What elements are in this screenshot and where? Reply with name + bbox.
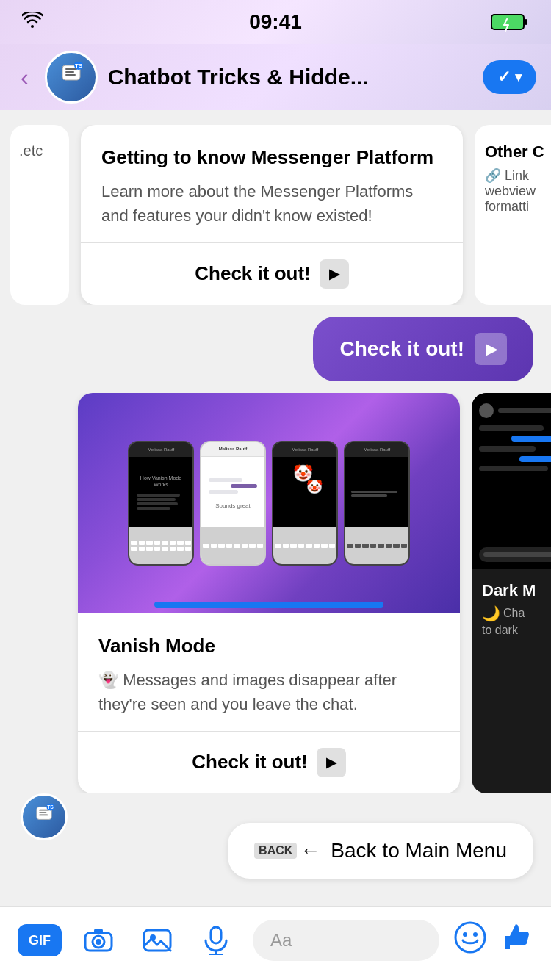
check-it-out-label-1: Check it out! (195, 262, 310, 285)
mic-button[interactable] (194, 918, 238, 962)
svg-rect-21 (211, 927, 221, 943)
phone-screen-1: How Vanish Mode Works (129, 457, 192, 527)
check-it-out-button-1[interactable]: Check it out! ▶ (81, 242, 463, 305)
dark-mode-emoji: 🌙 (482, 605, 500, 622)
camera-button[interactable] (76, 918, 120, 962)
dark-card-text-1: Cha (503, 605, 525, 621)
svg-point-26 (473, 932, 478, 937)
svg-rect-12 (39, 814, 48, 815)
phone-screen-4 (345, 457, 408, 527)
play-icon-1: ▶ (320, 259, 349, 289)
vanish-mode-card: Melissa Rauff How Vanish Mode Works (78, 393, 460, 793)
like-button[interactable] (501, 921, 533, 960)
dark-card-title: Dark M (482, 581, 551, 600)
svg-point-24 (455, 923, 485, 952)
main-card-messenger: Getting to know Messenger Platform Learn… (81, 125, 463, 305)
svg-rect-10 (39, 809, 49, 810)
right-partial-card: Other C 🔗 Link webview formatti (475, 125, 551, 305)
gif-button[interactable]: GIF (18, 924, 62, 956)
phone-mockup-4: Melissa Rauff (344, 441, 410, 566)
back-menu-row: BACK ← Back to Main Menu (0, 808, 551, 893)
svg-point-25 (463, 932, 467, 937)
message-input[interactable]: Aa (253, 920, 439, 961)
back-to-main-menu-button[interactable]: BACK ← Back to Main Menu (228, 823, 533, 879)
phone-mockup-1: Melissa Rauff How Vanish Mode Works (128, 441, 194, 566)
chat-area: .etc Getting to know Messenger Platform … (0, 110, 551, 918)
check-it-out-label-2: Check it out! (192, 751, 307, 774)
right-partial-line1: 🔗 Link (485, 167, 551, 184)
first-cards-scroll[interactable]: .etc Getting to know Messenger Platform … (0, 125, 551, 305)
header: ‹ TS Chatbot Tricks & Hidde... ✓ ▾ (0, 44, 551, 110)
right-partial-line2: webview (485, 184, 551, 199)
svg-text:TS: TS (47, 804, 54, 810)
second-cards-scroll[interactable]: Melissa Rauff How Vanish Mode Works (0, 393, 551, 793)
right-partial-line3: formatti (485, 199, 551, 215)
status-left (22, 12, 43, 32)
dark-card-image (472, 393, 551, 569)
back-menu-label: Back to Main Menu (331, 839, 507, 862)
card-body: Getting to know Messenger Platform Learn… (81, 125, 463, 228)
status-time: 09:41 (249, 10, 302, 34)
check-it-out-button-2[interactable]: Check it out! ▶ (78, 731, 460, 793)
back-arrow: ← (300, 839, 320, 862)
vanish-card-title: Vanish Mode (98, 634, 439, 659)
phone-screen-2: Sounds great (201, 457, 264, 527)
vanish-text: Messages and images disappear after they… (98, 671, 397, 713)
back-icon: BACK ← (254, 839, 320, 862)
phone-mockup-2: Melissa Rauff Sounds great (200, 441, 266, 566)
svg-text:TS: TS (75, 62, 83, 69)
status-bar: 09:41 (0, 0, 551, 44)
sent-bubble-label: Check it out! (339, 337, 464, 361)
keyboard-sim-1 (129, 527, 192, 564)
photo-button[interactable] (135, 918, 179, 962)
play-icon-2: ▶ (317, 748, 346, 777)
dark-card-body: Dark M 🌙 Cha to dark (472, 569, 551, 638)
svg-point-17 (96, 939, 101, 945)
keyboard-sim-2 (201, 527, 264, 564)
card-title: Getting to know Messenger Platform (101, 145, 442, 170)
back-label-badge: BACK (254, 843, 297, 859)
sent-bubble[interactable]: Check it out! ▶ (313, 317, 533, 381)
dropdown-icon: ▾ (515, 69, 522, 85)
gif-label: GIF (29, 933, 51, 948)
sent-play-icon: ▶ (475, 333, 507, 365)
keyboard-sim-3 (273, 527, 336, 564)
bottom-toolbar: GIF Aa (0, 906, 551, 980)
left-partial-text: .etc (19, 143, 60, 159)
second-row-area: TS Melissa Rauff (0, 393, 551, 801)
svg-rect-1 (493, 16, 521, 28)
svg-rect-5 (65, 71, 74, 73)
keyboard-sim-4 (345, 527, 408, 564)
battery-icon (491, 12, 529, 32)
svg-rect-11 (39, 812, 46, 813)
dark-card-text-2: to dark (482, 622, 551, 638)
header-title: Chatbot Tricks & Hidde... (108, 65, 472, 90)
bot-avatar-small: TS (21, 793, 68, 840)
svg-rect-2 (525, 19, 527, 25)
svg-rect-18 (94, 929, 103, 933)
phone-mockup-3: Melissa Rauff 🤡 🤡 (272, 441, 338, 566)
vanish-card-text: 👻 Messages and images disappear after th… (98, 668, 439, 716)
left-partial-card: .etc (10, 125, 69, 305)
input-placeholder: Aa (270, 930, 292, 950)
dark-mode-card-partial: Dark M 🌙 Cha to dark (472, 393, 551, 793)
status-right (491, 12, 529, 32)
sent-bubble-row: Check it out! ▶ (0, 305, 551, 393)
phone-screen-3: 🤡 🤡 (273, 457, 336, 527)
check-icon: ✓ (497, 68, 511, 87)
verified-button[interactable]: ✓ ▾ (483, 60, 536, 94)
back-button[interactable]: ‹ (15, 58, 35, 97)
card-text: Learn more about the Messenger Platforms… (101, 179, 442, 228)
wifi-icon (22, 12, 43, 32)
emoji-button[interactable] (454, 921, 486, 960)
right-partial-title: Other C (485, 143, 551, 162)
bot-avatar: TS (45, 51, 98, 104)
vanish-card-body: Vanish Mode 👻 Messages and images disapp… (78, 613, 460, 716)
svg-rect-6 (65, 74, 76, 76)
vanish-image: Melissa Rauff How Vanish Mode Works (78, 393, 460, 613)
vanish-emoji: 👻 (98, 671, 118, 689)
